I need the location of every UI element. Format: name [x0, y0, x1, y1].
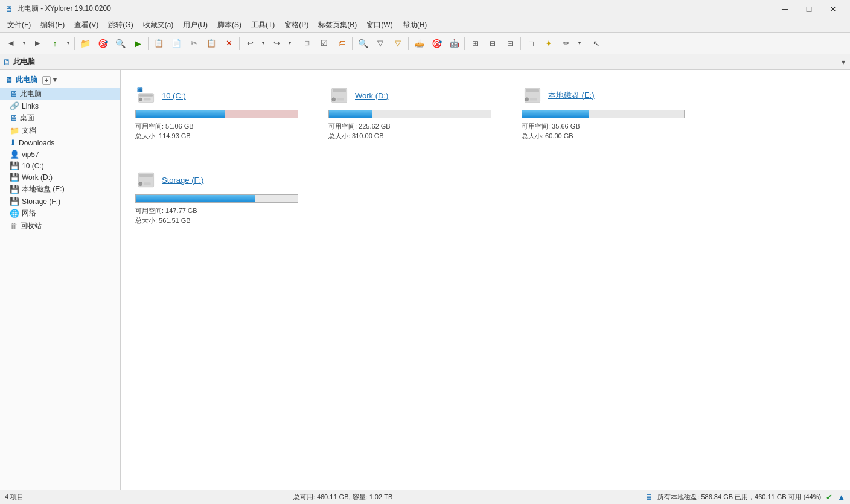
address-path: 此电脑	[13, 57, 837, 67]
drive-card-e[interactable]: 本地磁盘 (E:) 可用空间: 35.66 GB 总大小: 60.00 GB	[517, 80, 698, 152]
close-button[interactable]: ✕	[821, 0, 845, 18]
menu-edit[interactable]: 编辑(E)	[36, 19, 69, 31]
tb-search-icon[interactable]: 🔍	[112, 35, 129, 52]
back-dropdown[interactable]: ▾	[20, 35, 28, 52]
drive-label-c[interactable]: 10 (C:)	[162, 91, 186, 100]
tb-check[interactable]: ☑	[316, 35, 333, 52]
menu-goto[interactable]: 跳转(G)	[103, 19, 138, 31]
drive-header-e: 本地磁盘 (E:)	[522, 85, 693, 106]
tb-delete[interactable]: ✕	[220, 35, 237, 52]
menu-window[interactable]: 窗口(W)	[362, 19, 397, 31]
tb-redo[interactable]: ↪	[268, 35, 285, 52]
tb-play-icon[interactable]: ▶	[129, 35, 146, 52]
sidebar-item-c-drive[interactable]: 💾 10 (C:)	[0, 160, 120, 171]
tb-pie[interactable]: 🥧	[411, 35, 427, 52]
tb-target-icon[interactable]: 🎯	[94, 35, 111, 52]
maximize-button[interactable]: □	[797, 0, 821, 18]
sidebar-item-documents[interactable]: 📁 文档	[0, 124, 120, 137]
menu-pane[interactable]: 窗格(P)	[280, 19, 313, 31]
tb-cols[interactable]: ⊟	[502, 35, 519, 52]
menu-favorites[interactable]: 收藏夹(a)	[138, 19, 179, 31]
menu-user[interactable]: 用户(U)	[178, 19, 212, 31]
sidebar-label-e-drive: 本地磁盘 (E:)	[22, 184, 65, 194]
menu-tabs[interactable]: 标签页集(B)	[313, 19, 362, 31]
sidebar-item-f-drive[interactable]: 💾 Storage (F:)	[0, 196, 120, 207]
tb-label[interactable]: 🏷	[333, 35, 350, 52]
sidebar-label-this-pc: 此电脑	[20, 89, 42, 99]
svg-rect-18	[139, 174, 153, 177]
sidebar-item-recycle[interactable]: 🗑 回收站	[0, 220, 120, 232]
menu-help[interactable]: 帮助(H)	[398, 19, 432, 31]
disk-svg-f	[136, 171, 156, 188]
tb-cut[interactable]: ✂	[185, 35, 202, 52]
tb-cursor[interactable]: ↖	[588, 35, 605, 52]
sidebar-icon-recycle: 🗑	[10, 222, 18, 231]
sidebar-item-vip57[interactable]: 👤 vip57	[0, 148, 120, 160]
tb-undo[interactable]: ↩	[241, 35, 258, 52]
sidebar-item-this-pc[interactable]: 🖥 此电脑	[0, 88, 120, 100]
menu-tools[interactable]: 工具(T)	[246, 19, 280, 31]
tb-pen[interactable]: ✏	[558, 35, 575, 52]
sidebar-add-btn[interactable]: +	[42, 76, 51, 85]
menu-file[interactable]: 文件(F)	[2, 19, 36, 31]
tb-copy-path[interactable]: 📋	[150, 35, 167, 52]
address-dropdown-btn[interactable]: ▾	[839, 57, 848, 68]
sidebar-item-links[interactable]: 🔗 Links	[0, 100, 120, 112]
drive-icon-d	[328, 85, 350, 106]
titlebar-left: 🖥 此电脑 - XYplorer 19.10.0200	[5, 4, 111, 14]
tb-star[interactable]: ✦	[540, 35, 557, 52]
tb-copy[interactable]: 📋	[203, 35, 220, 52]
tb-folder-icon[interactable]: 📁	[77, 35, 94, 52]
back-button[interactable]: ◀	[2, 35, 19, 52]
svg-rect-12	[337, 98, 344, 100]
tb-search2[interactable]: 🔍	[354, 35, 371, 52]
sidebar-dropdown-btn[interactable]: ▾	[53, 76, 57, 84]
sidebar-item-d-drive[interactable]: 💾 Work (D:)	[0, 171, 120, 183]
drive-card-d[interactable]: Work (D:) 可用空间: 225.62 GB 总大小: 310.00 GB	[324, 80, 505, 152]
drive-card-c[interactable]: 10 (C:) 可用空间: 51.06 GB 总大小: 114.93 GB	[130, 80, 312, 152]
drive-card-f[interactable]: Storage (F:) 可用空间: 147.77 GB 总大小: 561.51…	[130, 164, 312, 237]
tb-grid1[interactable]: ⊞	[298, 35, 315, 52]
drive-header-f: Storage (F:)	[135, 169, 307, 191]
tb-grid3[interactable]: ⊟	[484, 35, 501, 52]
sidebar-item-desktop[interactable]: 🖥 桌面	[0, 112, 120, 124]
toolbar-sep-9	[586, 37, 586, 50]
up-dropdown[interactable]: ▾	[64, 35, 72, 52]
sidebar-item-downloads[interactable]: ⬇ Downloads	[0, 137, 120, 148]
tb-target2[interactable]: 🎯	[428, 35, 445, 52]
drive-bar-used-e	[522, 110, 589, 118]
tb-new-file[interactable]: 📄	[168, 35, 185, 52]
sidebar-label-documents: 文档	[22, 126, 36, 136]
drive-label-f[interactable]: Storage (F:)	[162, 176, 203, 185]
tb-undo-dropdown[interactable]: ▾	[259, 35, 267, 52]
sidebar-item-network[interactable]: 🌐 网络	[0, 207, 120, 220]
disk-svg-e	[523, 87, 542, 104]
tb-filter[interactable]: ▽	[372, 35, 389, 52]
up-button[interactable]: ↑	[46, 35, 63, 52]
app-icon: 🖥	[5, 4, 13, 14]
status-arrow-icon: ▲	[837, 493, 845, 502]
drive-free-e: 可用空间: 35.66 GB	[522, 122, 693, 131]
svg-point-7	[139, 98, 142, 101]
sidebar-label-links: Links	[22, 102, 39, 110]
sidebar-item-e-drive[interactable]: 💾 本地磁盘 (E:)	[0, 183, 120, 196]
drive-icon-e	[522, 85, 543, 106]
sidebar-label-d-drive: Work (D:)	[22, 173, 53, 182]
tb-android[interactable]: 🤖	[446, 35, 462, 52]
minimize-button[interactable]: ─	[773, 0, 797, 18]
statusbar-count-text: 4 项目	[5, 493, 24, 500]
drive-free-f: 可用空间: 147.77 GB	[135, 206, 307, 215]
tb-grid2[interactable]: ⊞	[467, 35, 484, 52]
tb-square1[interactable]: ◻	[523, 35, 540, 52]
drive-label-e[interactable]: 本地磁盘 (E:)	[548, 90, 595, 101]
forward-button[interactable]: ▶	[29, 35, 46, 52]
menu-view[interactable]: 查看(V)	[69, 19, 103, 31]
tb-filter2[interactable]: ▽	[389, 35, 406, 52]
tb-redo-dropdown[interactable]: ▾	[286, 35, 294, 52]
sidebar-label-desktop: 桌面	[20, 113, 34, 123]
address-pc-icon: 🖥	[2, 57, 11, 67]
menu-script[interactable]: 脚本(S)	[212, 19, 246, 31]
sidebar-header[interactable]: 🖥 此电脑 + ▾	[0, 72, 120, 88]
drive-label-d[interactable]: Work (D:)	[355, 91, 388, 100]
tb-pen-dropdown[interactable]: ▾	[575, 35, 584, 52]
